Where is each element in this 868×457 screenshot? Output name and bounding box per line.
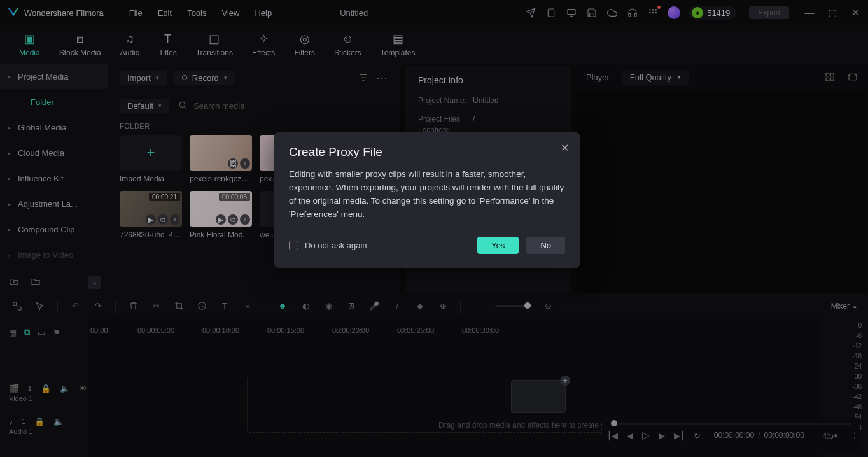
modal-title: Create Proxy File [289, 145, 382, 159]
do-not-ask-label: Do not ask again [305, 241, 367, 250]
modal-yes-button[interactable]: Yes [477, 237, 519, 254]
proxy-modal: Create Proxy File ✕ Editing with smaller… [274, 132, 580, 268]
modal-body: Editing with smaller proxy clips will re… [289, 168, 565, 221]
modal-no-button[interactable]: No [526, 237, 565, 254]
do-not-ask-checkbox[interactable] [289, 241, 298, 250]
modal-close-icon[interactable]: ✕ [561, 142, 569, 154]
